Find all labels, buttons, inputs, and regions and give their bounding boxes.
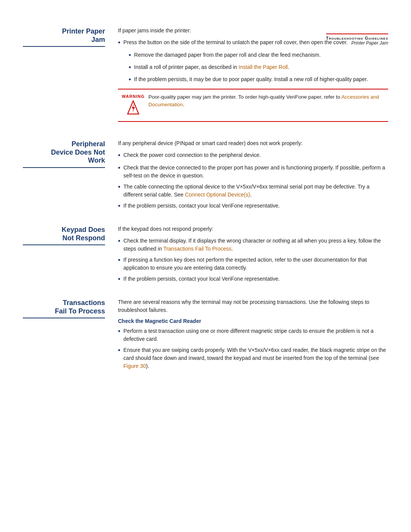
section-body-transactions: There are several reasons why the termin… bbox=[114, 298, 388, 373]
section-title-col-1: Printer PaperJam bbox=[23, 27, 114, 129]
list-item: • Remove the damaged paper from the pape… bbox=[129, 51, 388, 61]
bullet-text: Press the button on the side of the term… bbox=[123, 38, 347, 46]
list-item: • Ensure that you are swiping cards prop… bbox=[118, 346, 388, 370]
list-item: • The cable connecting the optional devi… bbox=[118, 183, 388, 199]
check-magnetic-heading: Check the Magnetic Card Reader bbox=[118, 318, 388, 324]
section-divider-1 bbox=[23, 46, 105, 47]
section-body-peripheral: If any peripheral device (PINpad or smar… bbox=[114, 139, 388, 214]
section-title-col-2: PeripheralDevice Does NotWork bbox=[23, 139, 114, 214]
section-title-keypad: Keypad DoesNot Respond bbox=[23, 226, 105, 242]
section-body-keypad: If the keypad does not respond properly:… bbox=[114, 225, 388, 288]
bullet-icon: • bbox=[118, 274, 120, 284]
bullet-text: Perform a test transaction using one or … bbox=[123, 327, 388, 343]
lightning-svg bbox=[126, 100, 140, 115]
bullet-text: Remove the damaged paper from the paper … bbox=[134, 51, 320, 59]
warning-label: Warning bbox=[122, 94, 145, 99]
list-item: • If the problem persists, contact your … bbox=[118, 202, 388, 211]
bullet-icon: • bbox=[118, 182, 120, 192]
bullet-icon: • bbox=[129, 75, 131, 85]
bullet-icon: • bbox=[118, 150, 120, 161]
bullet-icon: • bbox=[118, 345, 120, 356]
section-divider-2 bbox=[23, 167, 105, 168]
bullet-text: If the problem persists, contact your lo… bbox=[123, 275, 280, 283]
page-container: Troubleshooting Guidelines Printer Paper… bbox=[0, 27, 411, 532]
keypad-bullet-list: • Check the terminal display. If it disp… bbox=[118, 237, 388, 284]
bullet-text: Install a roll of printer paper, as desc… bbox=[134, 63, 289, 71]
bullet-text: Check the power cord connection to the p… bbox=[123, 151, 261, 159]
list-item: • If the problem persists, it may be due… bbox=[129, 75, 388, 85]
accessories-link[interactable]: Accessories and Documentation bbox=[148, 94, 379, 107]
warning-label-col: Warning bbox=[118, 93, 148, 117]
bullet-icon: • bbox=[118, 201, 120, 211]
section-intro-transactions: There are several reasons why the termin… bbox=[118, 298, 388, 314]
bullet-icon: • bbox=[118, 163, 120, 173]
section-title-transactions: TransactionsFail To Process bbox=[23, 299, 105, 315]
list-item: • If the problem persists, contact your … bbox=[118, 275, 388, 284]
list-item: • Check that the device connected to the… bbox=[118, 164, 388, 180]
transactions-bullet-list: • Perform a test transaction using one o… bbox=[118, 327, 388, 370]
transactions-fail-link[interactable]: Transactions Fail To Process bbox=[163, 246, 231, 252]
install-paper-roll-link[interactable]: Install the Paper Roll bbox=[239, 64, 288, 70]
list-item: • Press the button on the side of the te… bbox=[118, 38, 388, 48]
bullet-text: If the problem persists, it may be due t… bbox=[134, 75, 368, 83]
list-item: • Perform a test transaction using one o… bbox=[118, 327, 388, 343]
bullet-icon: • bbox=[118, 38, 120, 48]
printer-bullet-list: • Press the button on the side of the te… bbox=[118, 38, 388, 48]
bullet-text: The cable connecting the optional device… bbox=[123, 183, 388, 199]
main-content: Printer PaperJam If paper jams inside th… bbox=[0, 27, 411, 407]
section-transactions: TransactionsFail To Process There are se… bbox=[23, 298, 388, 373]
list-item: • Check the power cord connection to the… bbox=[118, 151, 388, 161]
warning-icon bbox=[126, 100, 140, 117]
section-title-col-4: TransactionsFail To Process bbox=[23, 298, 114, 373]
section-title-printer: Printer PaperJam bbox=[23, 27, 105, 44]
section-divider-4 bbox=[23, 318, 105, 318]
figure-30-link[interactable]: Figure 30 bbox=[123, 363, 146, 369]
section-printer-paper-jam: Printer PaperJam If paper jams inside th… bbox=[23, 27, 388, 129]
list-item: • Check the terminal display. If it disp… bbox=[118, 237, 388, 253]
warning-box: Warning Poor-quality paper may jam the p… bbox=[118, 89, 388, 122]
section-intro-peripheral: If any peripheral device (PINpad or smar… bbox=[118, 139, 388, 147]
list-item: • If pressing a function key does not pe… bbox=[118, 256, 388, 272]
section-intro-printer: If paper jams inside the printer: bbox=[118, 27, 388, 35]
section-body-printer: If paper jams inside the printer: • Pres… bbox=[114, 27, 388, 129]
warning-text: Poor-quality paper may jam the printer. … bbox=[148, 93, 388, 109]
section-intro-keypad: If the keypad does not respond properly: bbox=[118, 225, 388, 233]
bullet-icon: • bbox=[118, 255, 120, 265]
section-divider-3 bbox=[23, 244, 105, 245]
svg-marker-1 bbox=[132, 104, 135, 113]
section-peripheral: PeripheralDevice Does NotWork If any per… bbox=[23, 139, 388, 214]
peripheral-bullet-list: • Check the power cord connection to the… bbox=[118, 151, 388, 211]
printer-sub-bullet-list: • Remove the damaged paper from the pape… bbox=[129, 51, 388, 85]
bullet-text: Ensure that you are swiping cards proper… bbox=[123, 346, 388, 370]
section-title-peripheral: PeripheralDevice Does NotWork bbox=[23, 140, 105, 165]
bullet-text: Check that the device connected to the p… bbox=[123, 164, 388, 180]
connect-optional-link[interactable]: Connect Optional Device(s) bbox=[185, 192, 250, 198]
bullet-text: If the problem persists, contact your lo… bbox=[123, 202, 280, 210]
bullet-text: Check the terminal display. If it displa… bbox=[123, 237, 388, 253]
bullet-icon: • bbox=[129, 62, 131, 73]
bullet-icon: • bbox=[118, 326, 120, 337]
bullet-text: If pressing a function key does not perf… bbox=[123, 256, 388, 272]
list-item: • Install a roll of printer paper, as de… bbox=[129, 63, 388, 73]
bullet-icon: • bbox=[129, 50, 131, 61]
section-keypad: Keypad DoesNot Respond If the keypad doe… bbox=[23, 225, 388, 288]
bullet-icon: • bbox=[118, 236, 120, 246]
section-title-col-3: Keypad DoesNot Respond bbox=[23, 225, 114, 288]
